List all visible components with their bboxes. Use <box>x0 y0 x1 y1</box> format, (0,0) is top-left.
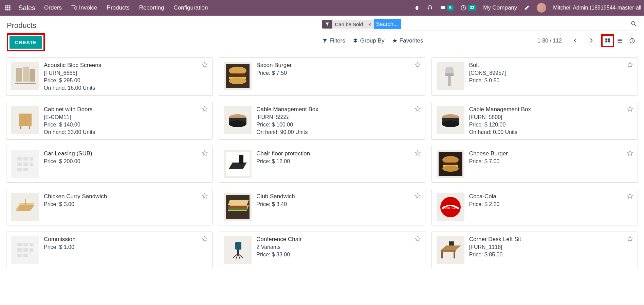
kanban-view: Acoustic Bloc Screens[FURN_6666]Price: $… <box>0 51 644 274</box>
next-page-button[interactable] <box>587 36 595 46</box>
favorites-button[interactable]: Favorites <box>392 37 423 44</box>
product-name: Cheese Burger <box>469 150 508 157</box>
create-highlight: CREATE <box>7 33 45 51</box>
product-body: Coca-ColaPrice: $ 2.20 <box>469 193 500 221</box>
product-thumbnail <box>11 150 39 178</box>
product-card[interactable]: Cheese BurgerPrice: $ 7.00 <box>431 146 638 183</box>
filters-button[interactable]: Filters <box>322 37 345 44</box>
svg-rect-15 <box>618 39 622 39</box>
svg-rect-8 <box>9 9 11 11</box>
star-icon[interactable] <box>627 105 633 113</box>
product-body: Chair floor protectionPrice: $ 12.00 <box>256 150 310 178</box>
brand[interactable]: Sales <box>18 4 35 12</box>
product-thumbnail <box>437 106 464 134</box>
product-card[interactable]: Acoustic Bloc Screens[FURN_6666]Price: $… <box>6 57 213 96</box>
product-thumbnail <box>224 150 252 178</box>
product-card[interactable]: Chair floor protectionPrice: $ 12.00 <box>219 146 425 183</box>
svg-rect-1 <box>7 5 8 7</box>
apps-icon[interactable] <box>3 5 13 11</box>
nav-orders[interactable]: Orders <box>44 4 62 11</box>
product-code: [E-COM11] <box>44 114 95 120</box>
product-price: Price: $ 200.00 <box>44 158 92 165</box>
product-body: Bacon BurgerPrice: $ 7.50 <box>256 62 292 91</box>
product-card[interactable]: Bolt[CONS_89957]Price: $ 0.50 <box>431 57 638 96</box>
product-code: [CONS_89957] <box>469 70 506 76</box>
nav-to-invoice[interactable]: To Invoice <box>71 4 97 11</box>
star-icon[interactable] <box>201 150 208 157</box>
nav-reporting[interactable]: Reporting <box>139 4 164 11</box>
product-thumbnail <box>437 150 464 178</box>
search-icon[interactable] <box>630 20 637 28</box>
topbar: Sales Orders To Invoice Products Reporti… <box>0 0 644 16</box>
list-view-button[interactable] <box>615 36 625 46</box>
star-icon[interactable] <box>627 192 633 200</box>
product-name: Chair floor protection <box>256 150 310 157</box>
product-card[interactable]: Conference Chair2 VariantsPrice: $ 33.00 <box>219 232 425 268</box>
activity-view-button[interactable] <box>627 36 637 46</box>
product-onhand: On hand: 33.00 Units <box>44 129 95 135</box>
star-icon[interactable] <box>414 235 421 243</box>
toolbar: Filters Group By Favorites 1-80 / 112 <box>322 36 638 46</box>
product-card[interactable]: Club SandwichPrice: $ 3.40 <box>219 189 425 225</box>
product-price: Price: $ 12.00 <box>256 158 310 165</box>
nav-products[interactable]: Products <box>107 4 130 11</box>
avatar[interactable] <box>537 3 546 13</box>
company-name[interactable]: My Company <box>483 4 517 11</box>
star-icon[interactable] <box>414 192 421 200</box>
product-card[interactable]: Bacon BurgerPrice: $ 7.50 <box>219 57 425 96</box>
kanban-view-button[interactable] <box>603 36 613 46</box>
product-card[interactable]: Chicken Curry SandwichPrice: $ 3.00 <box>6 189 213 225</box>
product-card[interactable]: Coca-ColaPrice: $ 2.20 <box>431 189 638 225</box>
star-icon[interactable] <box>627 235 633 243</box>
star-icon[interactable] <box>414 105 421 113</box>
messages-icon[interactable]: 5 <box>440 5 454 11</box>
product-card[interactable]: Cable Management Box[FURN_5800]Price: $ … <box>431 102 638 140</box>
star-icon[interactable] <box>414 150 421 157</box>
svg-rect-16 <box>618 40 622 41</box>
search-input[interactable] <box>374 19 401 29</box>
product-price: Price: $ 3.40 <box>256 201 295 207</box>
nav-configuration[interactable]: Configuration <box>173 4 208 11</box>
clock-icon[interactable]: 33 <box>460 5 476 11</box>
search-chip: Can be Sold × <box>322 20 374 29</box>
star-icon[interactable] <box>201 235 208 243</box>
chip-remove[interactable]: × <box>366 20 374 29</box>
product-card[interactable]: Cabinet with Doors[E-COM11]Price: $ 140.… <box>6 102 213 140</box>
pager[interactable]: 1-80 / 112 <box>537 38 562 44</box>
product-name: Coca-Cola <box>469 193 500 200</box>
tools-icon[interactable] <box>524 5 530 11</box>
product-thumbnail <box>437 62 464 90</box>
star-icon[interactable] <box>201 61 208 69</box>
product-name: Club Sandwich <box>256 193 295 200</box>
product-card[interactable]: Corner Desk Left Sit[FURN_1118]Price: $ … <box>431 232 638 268</box>
product-card[interactable]: Car Leasing (SUB)Price: $ 200.00 <box>6 146 213 183</box>
svg-rect-12 <box>608 38 610 40</box>
star-icon[interactable] <box>414 61 421 69</box>
product-name: Cable Management Box <box>256 106 318 113</box>
product-body: Chicken Curry SandwichPrice: $ 3.00 <box>44 193 107 221</box>
product-name: Bolt <box>469 62 506 69</box>
product-onhand: On hand: 90.00 Units <box>256 129 318 135</box>
user-name[interactable]: Mitchell Admin (18919544-master-all <box>553 5 641 11</box>
product-onhand: On hand: 0.00 Units <box>469 129 531 135</box>
svg-rect-7 <box>7 9 8 11</box>
support-icon[interactable] <box>427 5 433 11</box>
star-icon[interactable] <box>627 61 633 69</box>
prev-page-button[interactable] <box>571 36 579 46</box>
product-thumbnail <box>11 106 39 134</box>
product-card[interactable]: CommissionPrice: $ 1.00 <box>6 232 213 268</box>
svg-rect-13 <box>605 41 607 43</box>
product-thumbnail <box>224 106 252 134</box>
product-code: [FURN_1118] <box>469 244 521 250</box>
product-card[interactable]: Cable Management Box[FURN_5555]Price: $ … <box>219 102 425 140</box>
groupby-button[interactable]: Group By <box>353 37 385 44</box>
star-icon[interactable] <box>201 192 208 200</box>
product-price: Price: $ 7.50 <box>256 70 292 76</box>
topbar-right: 5 33 My Company Mitchell Admin (18919544… <box>414 3 641 13</box>
create-button[interactable]: CREATE <box>10 36 42 49</box>
product-thumbnail <box>11 236 39 264</box>
star-icon[interactable] <box>201 105 208 113</box>
svg-rect-0 <box>5 5 7 7</box>
star-icon[interactable] <box>627 150 633 157</box>
bug-icon[interactable] <box>414 5 420 11</box>
